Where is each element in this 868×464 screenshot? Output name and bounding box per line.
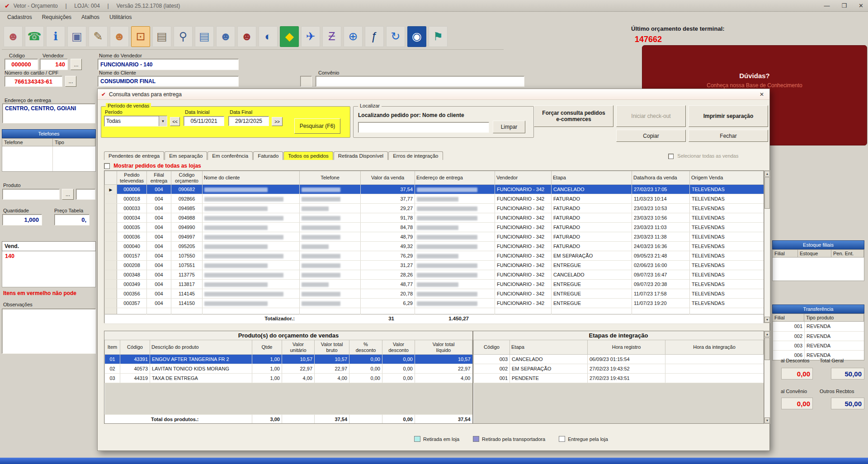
periodo-prev-button[interactable]: << bbox=[170, 117, 180, 126]
z-icon[interactable]: Ƶ bbox=[322, 26, 341, 47]
sales-row[interactable]: 000018 004 092866 37,77 FUNCIONARIO - 34… bbox=[105, 194, 764, 204]
checkbox-icon[interactable] bbox=[668, 154, 674, 159]
data-inicial-field[interactable]: 05/11/2021 bbox=[184, 116, 224, 126]
scroll-up-icon[interactable]: ▲ bbox=[764, 331, 770, 337]
data-final-field[interactable]: 29/12/2025 bbox=[228, 116, 269, 126]
selecionar-todas-checkbox[interactable]: Selecionar todas as vendas bbox=[668, 153, 739, 159]
convenio-field[interactable] bbox=[316, 76, 524, 87]
taskbar[interactable] bbox=[0, 458, 868, 464]
estoque-list[interactable] bbox=[772, 258, 864, 281]
pesquisar-button[interactable]: Pesquisar (F6) bbox=[294, 118, 340, 134]
periodo-dropdown[interactable]: Todas ▼ bbox=[104, 116, 167, 127]
vendedor-lookup-button[interactable]: ... bbox=[71, 59, 82, 70]
tab[interactable]: Erros de integração bbox=[388, 151, 443, 160]
endereco-field[interactable]: CENTRO, CENTRO, GOIANI bbox=[2, 103, 95, 123]
checkbox-icon[interactable] bbox=[104, 163, 110, 169]
tab[interactable]: Em separação bbox=[165, 151, 207, 160]
tab[interactable]: Todos os pedidos bbox=[283, 151, 333, 160]
imprimir-separacao-button[interactable]: Imprimir separação bbox=[689, 105, 768, 127]
observacoes-field[interactable] bbox=[2, 309, 96, 354]
checkout-monitor-icon[interactable]: ⊡ bbox=[131, 26, 150, 47]
tab[interactable]: Pendentes de entrega bbox=[104, 151, 164, 160]
clients-icon[interactable]: ☻ bbox=[4, 26, 23, 47]
tab[interactable]: Retirada Disponível bbox=[334, 151, 388, 160]
sales-row[interactable]: 000208 004 107551 31,27 FUNCIONARIO - 34… bbox=[105, 261, 764, 270]
catalog-icon[interactable]: ▤ bbox=[195, 26, 214, 47]
mostrar-todas-checkbox[interactable]: Mostrar pedidos de todas as lojas bbox=[104, 163, 201, 169]
save-icon[interactable]: ▣ bbox=[67, 26, 86, 47]
preco-tabela-field[interactable]: 0, bbox=[54, 214, 90, 225]
refresh-icon[interactable]: ↻ bbox=[386, 26, 405, 47]
scroll-down-icon[interactable]: ▼ bbox=[764, 317, 770, 323]
menu-item[interactable]: Cadastros bbox=[3, 13, 37, 21]
tab[interactable]: Faturado bbox=[253, 151, 283, 160]
nome-vendedor-field[interactable]: FUNCIONARIO - 140 bbox=[98, 59, 239, 70]
info-icon[interactable]: ℹ bbox=[46, 26, 65, 47]
scroll-down-icon[interactable]: ▼ bbox=[764, 417, 770, 423]
sales-row[interactable]: 000349 004 113817 48,77 FUNCIONARIO - 34… bbox=[105, 280, 764, 289]
copy-icon[interactable]: ▤ bbox=[152, 26, 171, 47]
sales-row[interactable]: 000356 004 114145 20,78 FUNCIONARIO - 34… bbox=[105, 289, 764, 299]
vend-list[interactable]: 140 bbox=[2, 251, 96, 287]
sales-row[interactable]: 000034 004 094988 91,78 FUNCIONARIO - 34… bbox=[105, 213, 764, 223]
edit-icon[interactable]: ✎ bbox=[89, 26, 108, 47]
sales-row[interactable]: 000033 004 094985 29,27 FUNCIONARIO - 34… bbox=[105, 204, 764, 213]
sales-row[interactable]: 000157 004 107550 76,29 FUNCIONARIO - 34… bbox=[105, 251, 764, 261]
codigo-field[interactable]: 000000 bbox=[5, 59, 38, 70]
scroll-up-icon[interactable]: ▲ bbox=[764, 171, 770, 177]
copiar-button[interactable]: Copiar bbox=[616, 130, 686, 142]
minimize-button[interactable]: — bbox=[824, 2, 830, 9]
sales-row[interactable]: 000040 004 095205 49,32 FUNCIONARIO - 34… bbox=[105, 242, 764, 251]
etapa-row[interactable]: 001 PENDENTE 27/02/23 19:43:51 bbox=[474, 374, 764, 383]
etapas-scrollbar[interactable]: ▲ ▼ bbox=[764, 331, 770, 424]
produto-field[interactable] bbox=[2, 189, 60, 200]
sales-row[interactable]: 000035 004 094990 84,78 FUNCIONARIO - 34… bbox=[105, 223, 764, 232]
flag-icon[interactable]: ⚑ bbox=[429, 26, 448, 47]
quantidade-field[interactable]: 1,000 bbox=[2, 214, 42, 225]
menu-item[interactable]: Atalhos bbox=[77, 13, 104, 21]
vendedor-field[interactable]: 140 bbox=[40, 59, 68, 70]
menu-item[interactable]: Requisições bbox=[38, 13, 76, 21]
limpar-button[interactable]: Limpar bbox=[493, 121, 525, 133]
produto-row[interactable]: 02 40573 LAVITAN TONICO KIDS MORANG 1,00… bbox=[105, 364, 472, 374]
brazil-flag-icon[interactable]: ◆ bbox=[280, 26, 299, 47]
nome-cliente-field[interactable]: CONSUMIDOR FINAL bbox=[98, 76, 239, 87]
sales-row[interactable]: 000348 004 113775 28,26 FUNCIONARIO - 34… bbox=[105, 270, 764, 280]
sales-row[interactable]: ▶ 000006 004 090682 37,54 FUNCIONARIO - … bbox=[105, 185, 764, 194]
sales-row[interactable]: 000357 004 114150 6,29 FUNCIONARIO - 342… bbox=[105, 299, 764, 308]
fechar-button[interactable]: Fechar bbox=[689, 130, 768, 142]
maximize-button[interactable]: ❒ bbox=[841, 2, 847, 9]
produto-aux-field[interactable] bbox=[76, 189, 95, 200]
users-icon[interactable]: ☻ bbox=[110, 26, 129, 47]
cpf-field[interactable]: 766134343-61 bbox=[5, 76, 62, 87]
transferencia-row[interactable]: 002 REVENDA bbox=[773, 331, 864, 341]
f-icon[interactable]: ƒ bbox=[365, 26, 384, 47]
produto-row[interactable]: 01 43391 ENGOV AFTER TANGERINA FR 2 1,00… bbox=[105, 355, 472, 364]
close-button[interactable]: ✕ bbox=[859, 2, 863, 9]
globe-icon[interactable]: ◐ bbox=[259, 26, 278, 47]
jet-icon[interactable]: ✈ bbox=[301, 26, 320, 47]
menu-item[interactable]: Utilitários bbox=[105, 13, 136, 21]
scroll-thumb[interactable] bbox=[764, 337, 770, 360]
periodo-next-button[interactable]: >> bbox=[272, 117, 283, 126]
localizar-input[interactable] bbox=[358, 122, 489, 133]
sales-grid-scrollbar[interactable]: ▲ ▼ bbox=[764, 170, 770, 323]
sales-row[interactable]: 000036 004 094997 48,79 FUNCIONARIO - 34… bbox=[105, 232, 764, 242]
cpf-lookup-button[interactable]: ... bbox=[65, 76, 76, 87]
etapa-row[interactable]: 003 CANCELADO 06/09/23 01:15:54 bbox=[474, 355, 764, 364]
green-phone-icon[interactable]: ☎ bbox=[25, 26, 44, 47]
transferencia-row[interactable]: 003 REVENDA bbox=[773, 341, 864, 350]
cart-icon[interactable]: ☻ bbox=[237, 26, 256, 47]
tab[interactable]: Em conferência bbox=[208, 151, 253, 160]
produto-lookup-button[interactable]: ... bbox=[62, 189, 74, 200]
search-icon[interactable]: ⚲ bbox=[174, 26, 193, 47]
etapa-row[interactable]: 002 EM SEPARAÇÃO 27/02/23 19:43:52 bbox=[474, 364, 764, 374]
dialog-close-button[interactable]: ✕ bbox=[758, 91, 766, 98]
telefones-list[interactable] bbox=[2, 146, 96, 172]
iniciar-checkout-button[interactable]: Iniciar check-out bbox=[616, 105, 686, 127]
forcar-consulta-button[interactable]: Forçar consulta pedidos e-commerces bbox=[534, 105, 613, 127]
scroll-thumb[interactable] bbox=[764, 177, 770, 209]
produto-row[interactable]: 03 44319 TAXA DE ENTREGA 1,00 4,00 4,00 … bbox=[105, 374, 472, 383]
chevron-down-icon[interactable]: ▼ bbox=[159, 116, 167, 126]
add-icon[interactable]: ⊕ bbox=[344, 26, 363, 47]
